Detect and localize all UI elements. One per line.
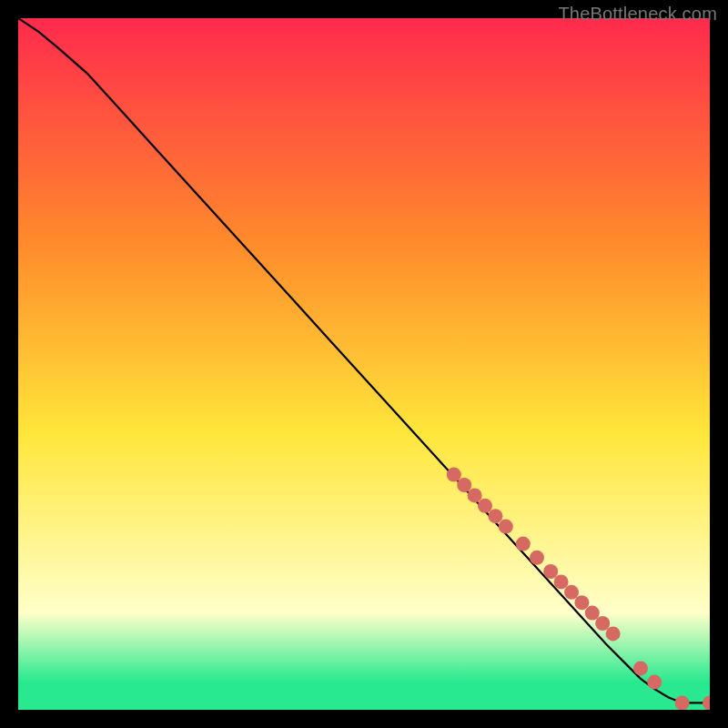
component-marker xyxy=(457,478,471,492)
component-marker xyxy=(564,585,579,600)
component-marker xyxy=(447,468,461,482)
component-marker xyxy=(499,520,513,534)
component-marker xyxy=(478,499,492,513)
plot-svg xyxy=(18,18,710,710)
component-marker xyxy=(675,695,690,710)
component-marker xyxy=(574,595,589,610)
plot-area xyxy=(18,18,710,710)
gradient-background xyxy=(18,18,710,710)
watermark-text: TheBottleneck.com xyxy=(558,4,717,25)
component-marker xyxy=(468,488,482,502)
chart-frame: TheBottleneck.com xyxy=(0,0,728,728)
component-marker xyxy=(606,626,621,641)
component-marker xyxy=(595,616,610,631)
component-marker xyxy=(554,574,569,589)
component-marker xyxy=(516,537,531,551)
component-marker xyxy=(488,509,502,523)
component-marker xyxy=(633,661,648,675)
component-marker xyxy=(543,564,558,579)
component-marker xyxy=(647,675,662,690)
component-marker xyxy=(585,606,600,621)
component-marker xyxy=(530,551,544,565)
